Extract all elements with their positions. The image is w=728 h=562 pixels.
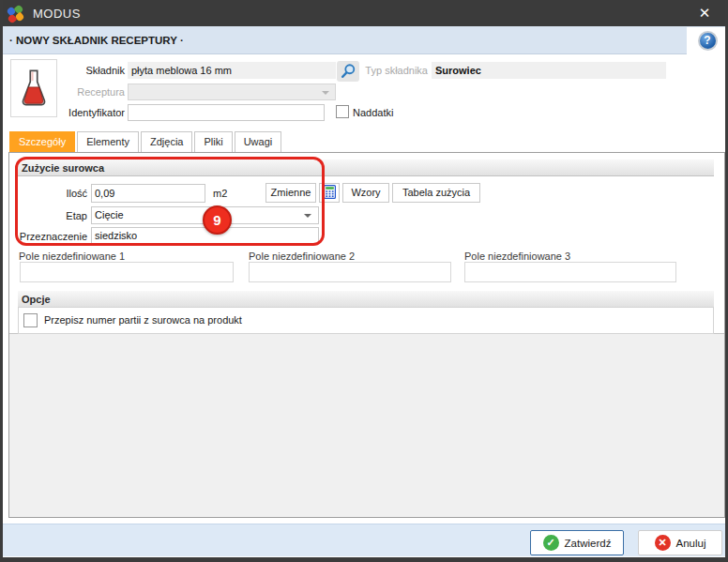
chevron-down-icon [304, 214, 311, 218]
wzory-button[interactable]: Wzory [342, 183, 389, 203]
custom-field-2-label: Pole niezdefiniowane 2 [249, 251, 355, 262]
dialog-window: MODUS ✕ · NOWY SKŁADNIK RECEPTURY · ? Sk… [0, 0, 728, 562]
typ-skladnika-field: Surowiec [432, 62, 666, 79]
etap-value: Cięcie [95, 209, 124, 220]
calculator-button[interactable] [319, 183, 340, 203]
unit-label: m2 [213, 184, 227, 203]
ilosc-input[interactable] [91, 184, 205, 203]
skladnik-label: Składnik [59, 62, 125, 79]
magnifier-icon [340, 63, 356, 80]
modus-logo-icon [8, 6, 23, 22]
etap-label: Etap [19, 206, 87, 225]
identyfikator-label: Identyfikator [59, 104, 125, 121]
annotation-number-badge: 9 [203, 205, 232, 235]
flask-icon [18, 68, 50, 109]
skladnik-search-button[interactable] [337, 61, 359, 82]
przeznaczenie-input[interactable] [91, 227, 319, 244]
custom-field-3-label: Pole niezdefiniowane 3 [464, 251, 570, 262]
receptura-dropdown [128, 84, 336, 100]
anuluj-button[interactable]: ✕ Anuluj [638, 530, 722, 555]
tabela-zuzycia-button[interactable]: Tabela zużycia [392, 183, 480, 203]
close-icon[interactable]: ✕ [695, 4, 714, 23]
dialog-title: · NOWY SKŁADNIK RECEPTURY · [9, 35, 184, 46]
typ-skladnika-label: Typ składnika [364, 62, 428, 79]
tab-pliki[interactable]: Pliki [194, 131, 232, 152]
naddatki-checkbox[interactable] [336, 105, 349, 118]
calculator-icon [324, 185, 336, 199]
tab-elementy[interactable]: Elementy [77, 131, 139, 152]
anuluj-button-label: Anuluj [676, 538, 706, 549]
naddatki-label: Naddatki [353, 104, 409, 121]
dialog-header: · NOWY SKŁADNIK RECEPTURY · ? [0, 26, 728, 54]
usage-group-header: Zużycie surowca [18, 159, 714, 176]
help-button[interactable]: ? [687, 27, 728, 54]
options-group-header: Opcje [18, 291, 714, 308]
cancel-x-icon: ✕ [655, 535, 671, 551]
zatwierdz-button-label: Zatwierdź [565, 538, 612, 549]
receptura-label: Receptura [59, 84, 125, 100]
tab-szczegoly[interactable]: Szczegóły [9, 131, 75, 152]
skladnik-field[interactable]: płyta meblowa 16 mm [128, 62, 336, 79]
ilosc-label: Ilość [19, 184, 87, 203]
component-image-box [10, 59, 57, 117]
confirm-check-icon: ✓ [543, 535, 559, 551]
title-bar: MODUS ✕ [0, 0, 728, 26]
tab-zdjecia[interactable]: Zdjęcia [141, 131, 192, 152]
tab-content-panel: Zużycie surowca Ilość m2 Zmienne Wzory T… [8, 152, 725, 518]
custom-field-3-input[interactable] [464, 262, 676, 282]
custom-field-1-input[interactable] [20, 262, 234, 282]
footer-bar: ✓ Zatwierdź ✕ Anuluj [3, 524, 725, 556]
chevron-down-icon [322, 91, 329, 95]
options-row: Przepisz numer partii z surowca na produ… [18, 307, 714, 334]
custom-field-1-label: Pole niezdefiniowane 1 [19, 251, 125, 262]
tab-uwagi[interactable]: Uwagi [235, 131, 282, 152]
component-header-form: Składnik płyta meblowa 16 mm Typ składni… [3, 54, 725, 131]
tab-bar: Szczegóły Elementy Zdjęcia Pliki Uwagi [9, 131, 283, 152]
przeznaczenie-label: Przeznaczenie [11, 227, 87, 246]
window-title: MODUS [33, 7, 81, 21]
identyfikator-input[interactable] [128, 104, 325, 121]
help-icon[interactable]: ? [698, 31, 718, 51]
zmienne-button[interactable]: Zmienne [265, 183, 316, 203]
przepisz-checkbox-label: Przepisz numer partii z surowca na produ… [44, 314, 242, 326]
custom-field-2-input[interactable] [249, 262, 451, 282]
zatwierdz-button[interactable]: ✓ Zatwierdź [530, 530, 624, 555]
przepisz-checkbox[interactable] [23, 313, 38, 327]
